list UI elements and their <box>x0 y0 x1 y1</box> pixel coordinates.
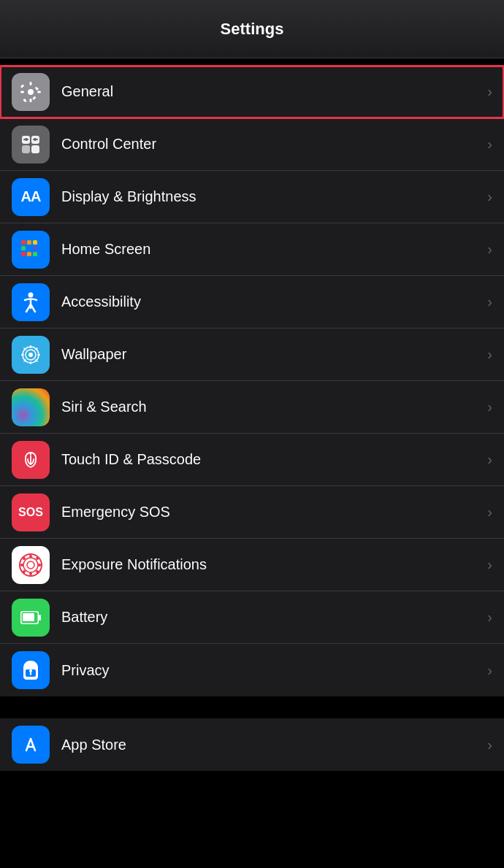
settings-list: General › Control Center › AA Display & … <box>0 66 504 696</box>
svg-rect-8 <box>35 86 39 91</box>
display-brightness-label: Display & Brightness <box>61 188 481 205</box>
app-store-icon <box>12 726 50 764</box>
sidebar-item-home-screen[interactable]: Home Screen › <box>0 223 504 276</box>
svg-rect-18 <box>27 240 31 245</box>
separator <box>0 704 504 711</box>
display-brightness-icon: AA <box>12 178 50 216</box>
battery-label: Battery <box>61 609 481 626</box>
wallpaper-icon <box>12 336 50 374</box>
svg-point-51 <box>20 564 23 566</box>
svg-point-50 <box>23 570 26 573</box>
header: Settings <box>0 0 504 58</box>
control-center-icon <box>12 126 50 164</box>
wallpaper-label: Wallpaper <box>61 346 481 363</box>
emergency-sos-chevron: › <box>487 504 492 521</box>
exposure-label: Exposure Notifications <box>61 556 481 573</box>
wallpaper-chevron: › <box>487 346 492 363</box>
siri-search-chevron: › <box>487 399 492 415</box>
sidebar-item-battery[interactable]: Battery › <box>0 591 504 644</box>
control-center-label: Control Center <box>61 136 481 153</box>
svg-rect-55 <box>23 613 34 621</box>
home-screen-label: Home Screen <box>61 241 481 258</box>
touch-id-label: Touch ID & Passcode <box>61 451 481 468</box>
svg-point-31 <box>28 353 33 357</box>
svg-point-16 <box>34 138 37 141</box>
svg-point-28 <box>28 292 34 297</box>
sidebar-item-exposure[interactable]: Exposure Notifications › <box>0 539 504 591</box>
accessibility-label: Accessibility <box>61 293 481 310</box>
privacy-chevron: › <box>487 662 492 679</box>
svg-rect-4 <box>37 91 41 93</box>
touch-id-icon <box>12 441 50 479</box>
svg-point-44 <box>23 557 26 560</box>
general-label: General <box>61 83 481 100</box>
general-chevron: › <box>487 83 492 100</box>
svg-rect-1 <box>30 82 32 85</box>
battery-icon <box>12 599 50 637</box>
svg-rect-24 <box>21 252 26 256</box>
accessibility-icon <box>12 283 50 321</box>
home-screen-icon <box>12 231 50 269</box>
svg-point-49 <box>29 572 32 575</box>
sidebar-item-wallpaper[interactable]: Wallpaper › <box>0 329 504 381</box>
svg-rect-2 <box>30 99 32 102</box>
app-store-label: App Store <box>61 737 481 753</box>
svg-rect-5 <box>20 84 25 88</box>
battery-chevron: › <box>487 609 492 626</box>
sidebar-item-emergency-sos[interactable]: SOS Emergency SOS › <box>0 486 504 539</box>
svg-point-57 <box>29 669 32 672</box>
bottom-settings-list: App Store › <box>0 718 504 771</box>
sidebar-item-privacy[interactable]: Privacy › <box>0 644 504 696</box>
svg-point-46 <box>36 557 39 560</box>
sidebar-item-control-center[interactable]: Control Center › <box>0 118 504 171</box>
svg-point-47 <box>38 564 41 566</box>
svg-rect-54 <box>39 615 41 621</box>
home-screen-chevron: › <box>487 241 492 258</box>
sidebar-item-display-brightness[interactable]: AA Display & Brightness › <box>0 171 504 223</box>
svg-rect-23 <box>33 246 37 250</box>
svg-rect-17 <box>21 240 26 245</box>
exposure-icon <box>12 546 50 584</box>
svg-rect-21 <box>21 246 26 250</box>
sidebar-item-touch-id[interactable]: Touch ID & Passcode › <box>0 434 504 486</box>
svg-point-45 <box>29 555 32 558</box>
app-store-chevron: › <box>487 737 492 753</box>
svg-rect-6 <box>32 96 37 100</box>
sidebar-item-accessibility[interactable]: Accessibility › <box>0 276 504 329</box>
svg-point-14 <box>25 138 28 141</box>
accessibility-chevron: › <box>487 293 492 310</box>
general-icon <box>12 73 50 111</box>
siri-icon <box>12 388 50 426</box>
svg-point-0 <box>28 89 34 95</box>
emergency-sos-label: Emergency SOS <box>61 504 481 521</box>
privacy-icon <box>12 651 50 689</box>
control-center-chevron: › <box>487 136 492 153</box>
sidebar-item-app-store[interactable]: App Store › <box>0 718 504 771</box>
svg-rect-22 <box>27 246 31 250</box>
exposure-chevron: › <box>487 556 492 573</box>
svg-rect-25 <box>27 252 31 256</box>
siri-search-label: Siri & Search <box>61 399 481 415</box>
svg-rect-3 <box>20 91 24 93</box>
svg-rect-26 <box>33 252 37 256</box>
sidebar-item-general[interactable]: General › <box>0 66 504 118</box>
svg-rect-7 <box>23 98 27 102</box>
svg-rect-19 <box>33 240 37 245</box>
header-title: Settings <box>221 20 284 39</box>
svg-rect-12 <box>31 145 39 153</box>
svg-point-48 <box>36 570 39 573</box>
sidebar-item-siri-search[interactable]: Siri & Search › <box>0 381 504 434</box>
svg-rect-11 <box>22 145 30 153</box>
touch-id-chevron: › <box>487 451 492 468</box>
emergency-sos-icon: SOS <box>12 493 50 531</box>
display-brightness-chevron: › <box>487 188 492 205</box>
privacy-label: Privacy <box>61 662 481 679</box>
